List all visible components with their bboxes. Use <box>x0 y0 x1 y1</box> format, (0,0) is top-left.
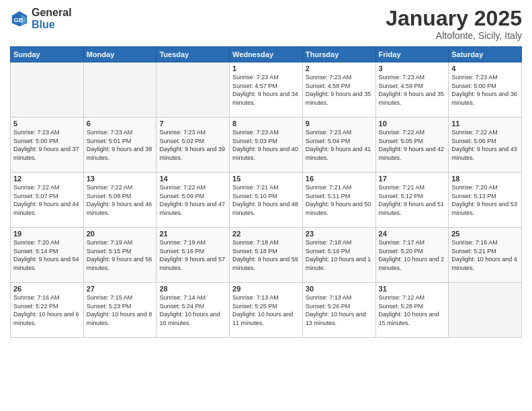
month-title: January 2025 <box>386 7 522 30</box>
day-of-week-header: Monday <box>83 47 157 62</box>
calendar-day-cell: 20Sunrise: 7:19 AM Sunset: 5:15 PM Dayli… <box>83 228 157 283</box>
day-info: Sunrise: 7:22 AM Sunset: 5:09 PM Dayligh… <box>159 183 226 217</box>
calendar-day-cell: 14Sunrise: 7:22 AM Sunset: 5:09 PM Dayli… <box>157 173 230 228</box>
day-number: 22 <box>232 230 300 238</box>
calendar-table: SundayMondayTuesdayWednesdayThursdayFrid… <box>10 46 522 338</box>
calendar-header-row: SundayMondayTuesdayWednesdayThursdayFrid… <box>11 47 522 62</box>
day-info: Sunrise: 7:18 AM Sunset: 5:18 PM Dayligh… <box>232 238 300 272</box>
day-info: Sunrise: 7:13 AM Sunset: 5:26 PM Dayligh… <box>306 293 373 327</box>
calendar-week-row: 19Sunrise: 7:20 AM Sunset: 5:14 PM Dayli… <box>11 228 522 283</box>
day-info: Sunrise: 7:21 AM Sunset: 5:12 PM Dayligh… <box>379 183 446 217</box>
title-area: January 2025 Altofonte, Sicily, Italy <box>386 7 522 41</box>
day-number: 12 <box>13 175 81 183</box>
calendar-day-cell: 4Sunrise: 7:23 AM Sunset: 5:00 PM Daylig… <box>449 62 522 118</box>
calendar-day-cell: 19Sunrise: 7:20 AM Sunset: 5:14 PM Dayli… <box>11 228 84 283</box>
calendar-day-cell: 3Sunrise: 7:23 AM Sunset: 4:59 PM Daylig… <box>375 62 449 118</box>
day-info: Sunrise: 7:20 AM Sunset: 5:14 PM Dayligh… <box>13 238 81 272</box>
day-info: Sunrise: 7:15 AM Sunset: 5:23 PM Dayligh… <box>87 293 154 327</box>
day-info: Sunrise: 7:23 AM Sunset: 5:02 PM Dayligh… <box>159 128 226 162</box>
calendar-day-cell: 13Sunrise: 7:22 AM Sunset: 5:08 PM Dayli… <box>83 173 157 228</box>
calendar-day-cell: 7Sunrise: 7:23 AM Sunset: 5:02 PM Daylig… <box>157 118 230 173</box>
day-info: Sunrise: 7:21 AM Sunset: 5:10 PM Dayligh… <box>232 183 300 217</box>
day-number: 16 <box>306 175 373 183</box>
day-of-week-header: Wednesday <box>230 47 303 62</box>
calendar-day-cell: 17Sunrise: 7:21 AM Sunset: 5:12 PM Dayli… <box>375 173 449 228</box>
day-info: Sunrise: 7:23 AM Sunset: 4:59 PM Dayligh… <box>379 73 446 107</box>
day-number: 17 <box>379 175 446 183</box>
calendar-day-cell <box>157 62 230 118</box>
location-subtitle: Altofonte, Sicily, Italy <box>386 30 522 41</box>
day-info: Sunrise: 7:21 AM Sunset: 5:11 PM Dayligh… <box>306 183 373 217</box>
day-of-week-header: Tuesday <box>157 47 230 62</box>
calendar-day-cell: 18Sunrise: 7:20 AM Sunset: 5:13 PM Dayli… <box>449 173 522 228</box>
day-of-week-header: Saturday <box>449 47 522 62</box>
logo: GB General Blue <box>10 7 72 30</box>
day-number: 23 <box>306 230 373 238</box>
day-number: 21 <box>159 230 226 238</box>
calendar-day-cell: 9Sunrise: 7:23 AM Sunset: 5:04 PM Daylig… <box>302 118 375 173</box>
day-info: Sunrise: 7:22 AM Sunset: 5:07 PM Dayligh… <box>13 183 81 217</box>
day-number: 4 <box>451 64 519 73</box>
day-info: Sunrise: 7:23 AM Sunset: 5:01 PM Dayligh… <box>87 128 154 162</box>
calendar-day-cell: 5Sunrise: 7:23 AM Sunset: 5:00 PM Daylig… <box>11 118 84 173</box>
calendar-day-cell <box>449 283 522 338</box>
day-number: 24 <box>379 230 446 238</box>
day-number: 19 <box>13 230 81 238</box>
day-info: Sunrise: 7:14 AM Sunset: 5:24 PM Dayligh… <box>159 293 226 327</box>
calendar-day-cell: 21Sunrise: 7:19 AM Sunset: 5:16 PM Dayli… <box>157 228 230 283</box>
day-info: Sunrise: 7:22 AM Sunset: 5:06 PM Dayligh… <box>451 128 519 162</box>
calendar-day-cell: 8Sunrise: 7:23 AM Sunset: 5:03 PM Daylig… <box>230 118 303 173</box>
calendar-day-cell: 10Sunrise: 7:22 AM Sunset: 5:05 PM Dayli… <box>375 118 449 173</box>
day-info: Sunrise: 7:18 AM Sunset: 5:19 PM Dayligh… <box>306 238 373 272</box>
day-number: 7 <box>159 120 226 128</box>
day-number: 15 <box>232 175 300 183</box>
day-number: 10 <box>379 120 446 128</box>
day-number: 18 <box>451 175 519 183</box>
day-number: 1 <box>232 64 300 73</box>
logo-icon: GB <box>10 9 29 28</box>
day-info: Sunrise: 7:23 AM Sunset: 4:57 PM Dayligh… <box>232 73 300 107</box>
day-number: 6 <box>87 120 154 128</box>
day-info: Sunrise: 7:16 AM Sunset: 5:21 PM Dayligh… <box>451 238 519 272</box>
day-info: Sunrise: 7:20 AM Sunset: 5:13 PM Dayligh… <box>451 183 519 217</box>
day-info: Sunrise: 7:16 AM Sunset: 5:22 PM Dayligh… <box>13 293 81 327</box>
day-info: Sunrise: 7:19 AM Sunset: 5:15 PM Dayligh… <box>87 238 154 272</box>
calendar-week-row: 1Sunrise: 7:23 AM Sunset: 4:57 PM Daylig… <box>11 62 522 118</box>
day-info: Sunrise: 7:13 AM Sunset: 5:25 PM Dayligh… <box>232 293 300 327</box>
calendar-day-cell: 6Sunrise: 7:23 AM Sunset: 5:01 PM Daylig… <box>83 118 157 173</box>
calendar-day-cell: 2Sunrise: 7:23 AM Sunset: 4:58 PM Daylig… <box>302 62 375 118</box>
calendar-day-cell: 25Sunrise: 7:16 AM Sunset: 5:21 PM Dayli… <box>449 228 522 283</box>
calendar-day-cell: 27Sunrise: 7:15 AM Sunset: 5:23 PM Dayli… <box>83 283 157 338</box>
calendar-day-cell: 16Sunrise: 7:21 AM Sunset: 5:11 PM Dayli… <box>302 173 375 228</box>
header: GB General Blue January 2025 Altofonte, … <box>10 7 522 41</box>
calendar-day-cell: 29Sunrise: 7:13 AM Sunset: 5:25 PM Dayli… <box>230 283 303 338</box>
day-info: Sunrise: 7:19 AM Sunset: 5:16 PM Dayligh… <box>159 238 226 272</box>
calendar-day-cell: 24Sunrise: 7:17 AM Sunset: 5:20 PM Dayli… <box>375 228 449 283</box>
logo-general-text: General <box>32 7 72 19</box>
calendar-day-cell: 22Sunrise: 7:18 AM Sunset: 5:18 PM Dayli… <box>230 228 303 283</box>
calendar-day-cell: 31Sunrise: 7:12 AM Sunset: 5:28 PM Dayli… <box>375 283 449 338</box>
day-info: Sunrise: 7:23 AM Sunset: 5:00 PM Dayligh… <box>451 73 519 107</box>
day-number: 31 <box>379 285 446 293</box>
calendar-day-cell <box>83 62 157 118</box>
calendar-day-cell: 28Sunrise: 7:14 AM Sunset: 5:24 PM Dayli… <box>157 283 230 338</box>
calendar-day-cell: 1Sunrise: 7:23 AM Sunset: 4:57 PM Daylig… <box>230 62 303 118</box>
day-number: 28 <box>159 285 226 293</box>
calendar-day-cell: 11Sunrise: 7:22 AM Sunset: 5:06 PM Dayli… <box>449 118 522 173</box>
logo-text: General Blue <box>32 7 72 30</box>
day-number: 27 <box>87 285 154 293</box>
day-number: 13 <box>87 175 154 183</box>
day-info: Sunrise: 7:23 AM Sunset: 4:58 PM Dayligh… <box>306 73 373 107</box>
day-number: 9 <box>306 120 373 128</box>
day-number: 30 <box>306 285 373 293</box>
day-number: 11 <box>451 120 519 128</box>
day-info: Sunrise: 7:23 AM Sunset: 5:04 PM Dayligh… <box>306 128 373 162</box>
calendar-day-cell: 12Sunrise: 7:22 AM Sunset: 5:07 PM Dayli… <box>11 173 84 228</box>
calendar-day-cell: 15Sunrise: 7:21 AM Sunset: 5:10 PM Dayli… <box>230 173 303 228</box>
day-number: 14 <box>159 175 226 183</box>
day-info: Sunrise: 7:22 AM Sunset: 5:05 PM Dayligh… <box>379 128 446 162</box>
calendar-day-cell: 26Sunrise: 7:16 AM Sunset: 5:22 PM Dayli… <box>11 283 84 338</box>
day-number: 29 <box>232 285 300 293</box>
calendar-day-cell: 23Sunrise: 7:18 AM Sunset: 5:19 PM Dayli… <box>302 228 375 283</box>
day-number: 20 <box>87 230 154 238</box>
